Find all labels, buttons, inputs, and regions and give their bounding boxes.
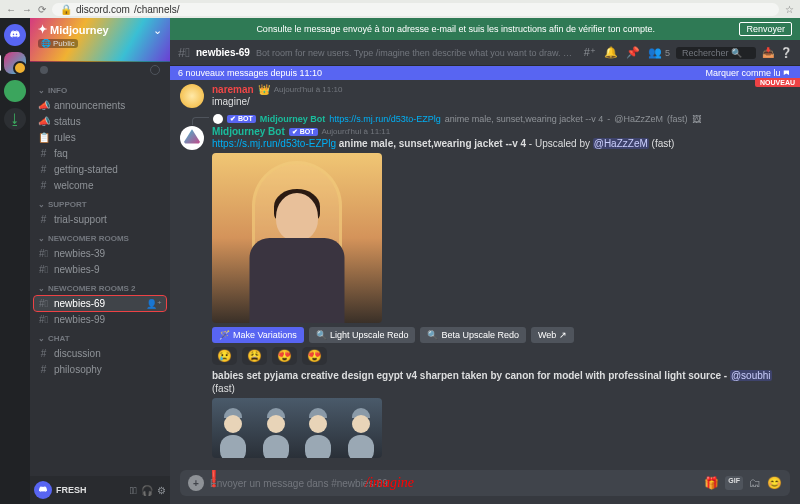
server-name: Midjourney	[50, 24, 109, 36]
new-messages-text: 6 nouveaux messages depuis 11:10	[178, 68, 322, 78]
server-visibility-badge: 🌐 Public	[38, 39, 78, 48]
channel-philosophy[interactable]: #philosophy	[34, 362, 166, 377]
members-icon[interactable]: 👥 5	[648, 46, 670, 59]
user-avatar[interactable]	[34, 481, 52, 499]
image-icon: 🖼	[692, 114, 701, 124]
timestamp: Aujourd'hui à 11:11	[322, 127, 391, 136]
channel-rules[interactable]: 📋rules	[34, 130, 166, 145]
channel-label: discussion	[54, 348, 101, 359]
deafen-icon[interactable]: 🎧	[141, 485, 153, 496]
channel-getting-started[interactable]: #getting-started	[34, 162, 166, 177]
gif-button[interactable]: GIF	[725, 476, 743, 490]
hash-icon: #	[38, 180, 49, 191]
channel-label: trial-support	[54, 214, 107, 225]
resend-button[interactable]: Renvoyer	[739, 22, 792, 36]
category-header[interactable]: ⌄ NEWCOMER ROOMS 2	[34, 278, 166, 295]
mute-icon[interactable]: 🎙̸	[130, 485, 137, 496]
help-icon[interactable]: ❔	[780, 47, 792, 58]
avatar[interactable]	[180, 84, 204, 108]
action-row: 🪄 Make Variations 🔍 Light Upscale Redo 🔍…	[212, 327, 790, 343]
category-header[interactable]: ⌄ SUPPORT	[34, 194, 166, 211]
hash-chat-icon: #⃒	[38, 248, 49, 259]
url-path: /channels/	[134, 4, 180, 15]
new-messages-bar[interactable]: 6 nouveaux messages depuis 11:10 Marquer…	[170, 66, 800, 80]
category-header[interactable]: ⌄ CHAT	[34, 328, 166, 345]
pins-icon[interactable]: 📌	[626, 46, 640, 59]
author-name[interactable]: Midjourney Bot	[212, 126, 285, 137]
settings-icon[interactable]: ⚙	[157, 485, 166, 496]
reaction[interactable]: 😍	[302, 347, 327, 365]
emoji-icon[interactable]: 😊	[767, 476, 782, 490]
address-bar[interactable]: 🔒 discord.com/channels/	[52, 3, 779, 16]
reaction[interactable]: 😍	[272, 347, 297, 365]
light-upscale-button[interactable]: 🔍 Light Upscale Redo	[309, 327, 416, 343]
channel-newbies-9[interactable]: #⃒newbies-9	[34, 262, 166, 277]
make-variations-button[interactable]: 🪄 Make Variations	[212, 327, 304, 343]
user-panel: FRESH 🎙̸ 🎧 ⚙	[30, 476, 170, 504]
hash-chat-icon: #⃒	[178, 45, 190, 60]
hash-chat-icon: #⃒	[38, 298, 49, 309]
message: Midjourney Bot ✔ BOT Aujourd'hui à 11:11…	[180, 126, 790, 458]
channel-newbies-69[interactable]: #⃒newbies-69👤⁺	[34, 296, 166, 311]
chevron-down-icon: ⌄	[38, 86, 45, 95]
discord-logo-icon	[9, 29, 21, 41]
avatar[interactable]	[180, 126, 204, 150]
reactions: 😢 😩 😍 😍	[212, 347, 790, 365]
bot-tag: ✔ BOT	[289, 128, 318, 136]
add-person-icon[interactable]: 👤⁺	[146, 299, 162, 309]
channel-label: welcome	[54, 180, 93, 191]
search-input[interactable]: Rechercher 🔍	[676, 47, 756, 59]
reaction[interactable]: 😩	[242, 347, 267, 365]
channel-faq[interactable]: #faq	[34, 146, 166, 161]
notifications-icon[interactable]: 🔔	[604, 46, 618, 59]
channel-discussion[interactable]: #discussion	[34, 346, 166, 361]
channel-newbies-99[interactable]: #⃒newbies-99	[34, 312, 166, 327]
channel-announcements[interactable]: 📣announcements	[34, 98, 166, 113]
chevron-down-icon: ⌄	[38, 200, 45, 209]
crown-icon: 👑	[258, 84, 270, 95]
reaction[interactable]: 😢	[212, 347, 237, 365]
gift-icon[interactable]: 🎁	[704, 476, 719, 490]
user-name: FRESH	[56, 485, 126, 495]
channel-trial-support[interactable]: #trial-support	[34, 212, 166, 227]
image-attachment[interactable]	[212, 398, 382, 458]
threads-icon[interactable]: #⁺	[584, 46, 596, 59]
server-header[interactable]: ✦ Midjourney 🌐 Public ⌄	[30, 18, 170, 62]
url-host: discord.com	[76, 4, 130, 15]
message-composer[interactable]: + ❗ Envoyer un message dans #newbies-69 …	[180, 470, 790, 496]
back-icon[interactable]: ←	[6, 4, 16, 15]
sticker-icon[interactable]: 🗂	[749, 476, 761, 490]
hash-icon: #	[38, 364, 49, 375]
rules-icon: 📋	[38, 132, 49, 143]
chat-area: Consulte le message envoyé à ton adresse…	[170, 18, 800, 504]
reply-reference[interactable]: ✔ BOT Midjourney Bot https://s.mj.run/d5…	[212, 112, 790, 125]
star-icon[interactable]: ☆	[785, 4, 794, 15]
download-apps-button[interactable]: ⭳	[4, 108, 26, 130]
reload-icon[interactable]: ⟳	[38, 4, 46, 15]
channel-welcome[interactable]: #welcome	[34, 178, 166, 193]
server-2[interactable]	[4, 80, 26, 102]
web-button[interactable]: Web ↗	[531, 327, 574, 343]
forward-icon[interactable]: →	[22, 4, 32, 15]
channel-newbies-39[interactable]: #⃒newbies-39	[34, 246, 166, 261]
message-list: nareman 👑 Aujourd'hui à 11:10 imagine/ ✔…	[170, 80, 800, 466]
channel-label: newbies-9	[54, 264, 100, 275]
image-attachment[interactable]	[212, 153, 382, 323]
author-name[interactable]: nareman	[212, 84, 254, 95]
discord-home-button[interactable]	[4, 24, 26, 46]
inbox-icon[interactable]: 📥	[762, 47, 774, 58]
channel-label: rules	[54, 132, 76, 143]
category-header[interactable]: ⌄ NEWCOMER ROOMS	[34, 228, 166, 245]
megaphone-icon: 📣	[38, 116, 49, 127]
channel-sidebar: ✦ Midjourney 🌐 Public ⌄ ⌄ INFO📣announcem…	[30, 18, 170, 504]
attach-button[interactable]: +	[188, 475, 204, 491]
beta-upscale-button[interactable]: 🔍 Beta Upscale Redo	[420, 327, 526, 343]
channel-status[interactable]: 📣status	[34, 114, 166, 129]
server-midjourney[interactable]	[4, 52, 26, 74]
hash-icon: #	[38, 348, 49, 359]
hash-icon: #	[38, 214, 49, 225]
message: nareman 👑 Aujourd'hui à 11:10 imagine/	[180, 84, 790, 108]
mark-read-button[interactable]: Marquer comme lu	[705, 68, 792, 78]
warning-icon: ❗	[204, 469, 224, 488]
category-header[interactable]: ⌄ INFO	[34, 80, 166, 97]
